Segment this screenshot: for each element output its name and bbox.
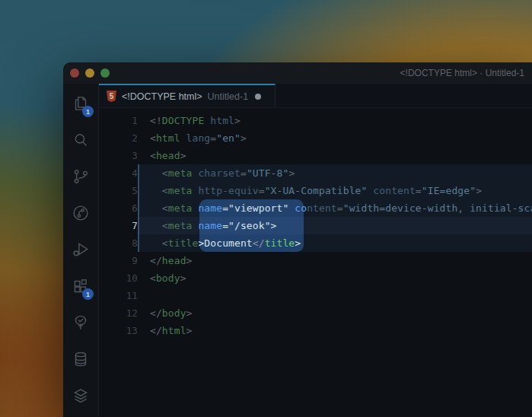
token: charset xyxy=(198,167,241,179)
code-line[interactable]: 5 <meta http-equiv="X-UA-Compatible" con… xyxy=(99,182,532,199)
code-line[interactable]: 13</html> xyxy=(99,322,532,339)
token: </ xyxy=(150,307,162,319)
code-line[interactable]: 11 xyxy=(99,287,532,304)
token: > xyxy=(198,237,204,249)
token: html xyxy=(162,325,186,336)
sidebar-item-search[interactable] xyxy=(63,122,98,158)
line-number: 6 xyxy=(99,202,138,214)
sidebar-item-todo-tree[interactable] xyxy=(63,304,98,341)
token: ="viewport" xyxy=(222,202,288,214)
token: "X-UA-Compatible" xyxy=(265,185,368,196)
token: lang xyxy=(186,132,211,144)
code-text: <meta charset="UTF-8"> xyxy=(138,164,532,182)
line-number: 10 xyxy=(99,272,138,284)
code-text: <meta name="viewport" content="width=dev… xyxy=(138,199,532,217)
token: DOCTYPE xyxy=(162,115,205,126)
minimize-button[interactable] xyxy=(85,68,94,78)
token: > xyxy=(180,272,186,284)
token: > xyxy=(271,220,277,231)
zoom-button[interactable] xyxy=(100,68,110,78)
token: > xyxy=(288,167,295,179)
run-debug-icon xyxy=(71,240,91,259)
code-text: </html> xyxy=(138,322,532,339)
tab-secondary-label: Untitled-1 xyxy=(208,91,249,102)
token: = xyxy=(337,202,343,214)
code-lines: 1<!DOCTYPE html>2<html lang="en">3<head>… xyxy=(99,108,532,339)
token: head xyxy=(156,150,180,161)
token xyxy=(180,132,186,144)
code-text: <title>Document</title> xyxy=(138,234,532,252)
code-text: </head> xyxy=(138,252,532,269)
token: http-equiv xyxy=(198,185,258,196)
token: html xyxy=(210,115,234,126)
token: co xyxy=(295,202,307,214)
token: > xyxy=(295,237,301,249)
code-text: <meta http-equiv="X-UA-Compatible" conte… xyxy=(138,182,532,199)
sidebar-item-layers[interactable] xyxy=(63,377,98,414)
code-line[interactable]: 3<head> xyxy=(99,147,532,164)
token: > xyxy=(476,185,482,196)
token: = xyxy=(416,185,422,196)
token: name xyxy=(198,202,222,214)
token xyxy=(193,202,199,214)
layers-icon xyxy=(71,386,91,406)
token: > xyxy=(186,307,193,319)
line-number: 1 xyxy=(99,115,138,126)
token: </ xyxy=(150,255,162,266)
line-number: 11 xyxy=(99,290,138,301)
token: > xyxy=(186,325,193,336)
code-line[interactable]: 10<body> xyxy=(99,269,532,287)
line-number: 12 xyxy=(99,307,138,319)
token: > xyxy=(234,115,241,126)
sidebar-item-database[interactable] xyxy=(63,341,98,377)
token: body xyxy=(156,272,180,284)
token: "en" xyxy=(216,132,241,144)
git-graph-icon xyxy=(71,203,91,223)
token: meta xyxy=(168,185,193,196)
extensions-badge: 1 xyxy=(82,288,94,300)
token xyxy=(204,115,210,126)
sidebar-item-source-control[interactable] xyxy=(63,158,98,195)
code-line[interactable]: 2<html lang="en"> xyxy=(99,129,532,147)
token: "UTF-8" xyxy=(247,167,289,179)
modified-dot-icon[interactable] xyxy=(255,94,261,100)
code-line[interactable]: 12</body> xyxy=(99,304,532,322)
sidebar-item-git-graph[interactable] xyxy=(63,195,98,231)
code-text: <!DOCTYPE html> xyxy=(138,112,532,129)
token: html xyxy=(156,132,180,144)
sidebar-item-explorer[interactable]: 1 xyxy=(63,85,98,122)
line-number: 13 xyxy=(99,325,138,336)
line-number: 7 xyxy=(99,220,138,231)
close-button[interactable] xyxy=(70,68,79,78)
code-line[interactable]: 7 <meta name="/seok"> xyxy=(99,217,532,234)
code-text: <html lang="en"> xyxy=(138,129,532,147)
token: ="/seok" xyxy=(222,220,270,231)
code-line[interactable]: 9</head> xyxy=(99,252,532,269)
sidebar-item-run-and-debug[interactable] xyxy=(63,231,98,268)
tab-untitled-1[interactable]: 5 <!DOCTYPE html> Untitled-1 xyxy=(99,84,276,107)
code-editor[interactable]: 1<!DOCTYPE html>2<html lang="en">3<head>… xyxy=(99,108,532,417)
token xyxy=(193,185,199,196)
code-text xyxy=(138,287,532,304)
token: </ xyxy=(253,237,265,249)
tab-bar: 5 <!DOCTYPE html> Untitled-1 xyxy=(99,84,532,108)
code-line[interactable]: 1<!DOCTYPE html> xyxy=(99,112,532,129)
database-icon xyxy=(71,349,91,369)
line-number: 5 xyxy=(99,185,138,196)
code-line[interactable]: 6 <meta name="viewport" content="width=d… xyxy=(99,199,532,217)
token: < xyxy=(150,237,168,249)
tree-check-icon xyxy=(71,313,91,333)
code-text: <meta name="/seok"> xyxy=(138,217,532,234)
title-bar[interactable]: <!DOCTYPE html> · Untitled-1 xyxy=(63,62,532,84)
code-text: <body> xyxy=(138,269,532,287)
code-line[interactable]: 4 <meta charset="UTF-8"> xyxy=(99,164,532,182)
token: body xyxy=(162,307,186,319)
token: meta xyxy=(168,167,193,179)
token: < xyxy=(150,272,156,284)
code-line[interactable]: 8 <title>Document</title> xyxy=(99,234,532,252)
token: </ xyxy=(150,325,162,336)
sidebar-item-extensions[interactable]: 1 xyxy=(63,268,98,304)
token: = xyxy=(210,132,216,144)
token: meta xyxy=(168,202,193,214)
window-title: <!DOCTYPE html> · Untitled-1 xyxy=(400,62,524,84)
